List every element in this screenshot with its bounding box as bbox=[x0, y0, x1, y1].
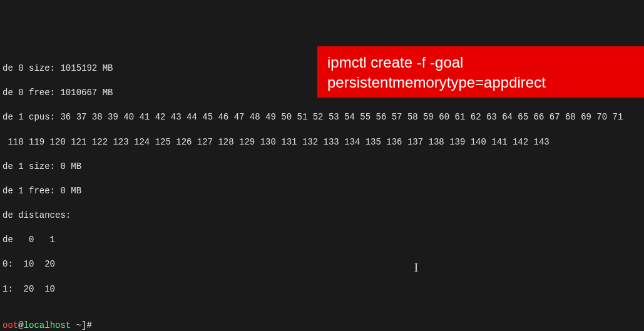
dist-row-1: 1: 20 10 bbox=[3, 283, 641, 296]
node1-cpus-row2: 118 119 120 121 122 123 124 125 126 127 … bbox=[3, 136, 641, 149]
dist-row-0: 0: 10 20 bbox=[3, 258, 641, 271]
node1-free: de 1 free: 0 MB bbox=[3, 185, 641, 198]
command-callout-overlay: ipmctl create -f -goal persistentmemoryt… bbox=[317, 46, 644, 98]
dist-header: de 0 1 bbox=[3, 234, 641, 247]
text-cursor-icon: I bbox=[414, 260, 419, 272]
prompt-line-1[interactable]: oot@localhost ~]# bbox=[3, 320, 641, 331]
node1-size: de 1 size: 0 MB bbox=[3, 161, 641, 173]
node-distances-label: de distances: bbox=[3, 210, 641, 222]
callout-line-2: persistentmemorytype=appdirect bbox=[327, 73, 634, 93]
node1-cpus-row1: de 1 cpus: 36 37 38 39 40 41 42 43 44 45… bbox=[3, 111, 641, 124]
callout-line-1: ipmctl create -f -goal bbox=[327, 53, 634, 73]
